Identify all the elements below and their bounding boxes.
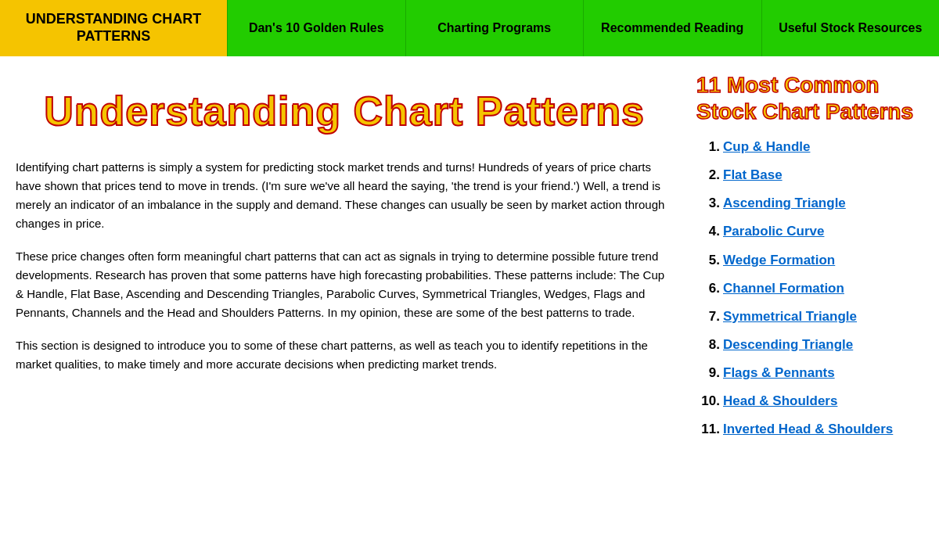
nav-resources[interactable]: Useful Stock Resources <box>761 0 940 56</box>
sidebar-list-item: 3.Ascending Triangle <box>696 195 916 212</box>
navbar: UNDERSTANDING CHART PATTERNS Dan's 10 Go… <box>0 0 939 56</box>
sidebar-link-1[interactable]: Cup & Handle <box>723 138 810 156</box>
nav-brand-text: UNDERSTANDING CHART PATTERNS <box>9 11 218 45</box>
sidebar-link-9[interactable]: Flags & Pennants <box>723 364 835 382</box>
sidebar-link-6[interactable]: Channel Formation <box>723 280 844 297</box>
paragraph-2: These price changes often form meaningfu… <box>16 247 673 322</box>
nav-golden-rules[interactable]: Dan's 10 Golden Rules <box>227 0 405 56</box>
content-paragraphs: Identifying chart patterns is simply a s… <box>16 158 673 374</box>
sidebar-item-number: 1. <box>696 138 720 156</box>
sidebar-title: 11 Most Common Stock Chart Patterns <box>696 72 916 124</box>
sidebar-list-item: 7.Symmetrical Triangle <box>696 308 916 325</box>
sidebar-item-number: 10. <box>696 393 720 410</box>
sidebar-link-11[interactable]: Inverted Head & Shoulders <box>723 421 893 438</box>
page-title: Understanding Chart Patterns <box>16 88 673 135</box>
sidebar-list-item: 11.Inverted Head & Shoulders <box>696 421 916 438</box>
sidebar-link-7[interactable]: Symmetrical Triangle <box>723 308 857 325</box>
sidebar-link-2[interactable]: Flat Base <box>723 167 782 184</box>
sidebar-link-8[interactable]: Descending Triangle <box>723 336 853 354</box>
nav-links: Dan's 10 Golden RulesCharting ProgramsRe… <box>227 0 939 56</box>
sidebar-item-number: 5. <box>696 252 720 269</box>
sidebar-item-number: 3. <box>696 195 720 212</box>
sidebar-link-3[interactable]: Ascending Triangle <box>723 195 846 212</box>
nav-reading[interactable]: Recommended Reading <box>583 0 761 56</box>
sidebar: 11 Most Common Stock Chart Patterns 1.Cu… <box>689 72 916 449</box>
paragraph-3: This section is designed to introduce yo… <box>16 336 673 374</box>
page-body: Understanding Chart Patterns Identifying… <box>0 56 939 465</box>
sidebar-link-10[interactable]: Head & Shoulders <box>723 393 837 410</box>
sidebar-item-number: 8. <box>696 336 720 354</box>
sidebar-list-item: 8.Descending Triangle <box>696 336 916 354</box>
nav-brand[interactable]: UNDERSTANDING CHART PATTERNS <box>0 0 227 56</box>
sidebar-link-4[interactable]: Parabolic Curve <box>723 223 824 240</box>
nav-charting[interactable]: Charting Programs <box>405 0 584 56</box>
sidebar-item-number: 4. <box>696 223 720 240</box>
main-content: Understanding Chart Patterns Identifying… <box>16 72 689 449</box>
sidebar-item-number: 11. <box>696 421 720 438</box>
paragraph-1: Identifying chart patterns is simply a s… <box>16 158 673 233</box>
sidebar-list-item: 1.Cup & Handle <box>696 138 916 156</box>
sidebar-list-item: 4.Parabolic Curve <box>696 223 916 240</box>
sidebar-list-item: 6.Channel Formation <box>696 280 916 297</box>
sidebar-list: 1.Cup & Handle2.Flat Base3.Ascending Tri… <box>696 138 916 438</box>
sidebar-list-item: 5.Wedge Formation <box>696 252 916 269</box>
sidebar-list-item: 10.Head & Shoulders <box>696 393 916 410</box>
sidebar-item-number: 2. <box>696 167 720 184</box>
sidebar-list-item: 9.Flags & Pennants <box>696 364 916 382</box>
sidebar-link-5[interactable]: Wedge Formation <box>723 252 835 269</box>
sidebar-item-number: 7. <box>696 308 720 325</box>
sidebar-item-number: 9. <box>696 364 720 382</box>
sidebar-item-number: 6. <box>696 280 720 297</box>
sidebar-list-item: 2.Flat Base <box>696 167 916 184</box>
